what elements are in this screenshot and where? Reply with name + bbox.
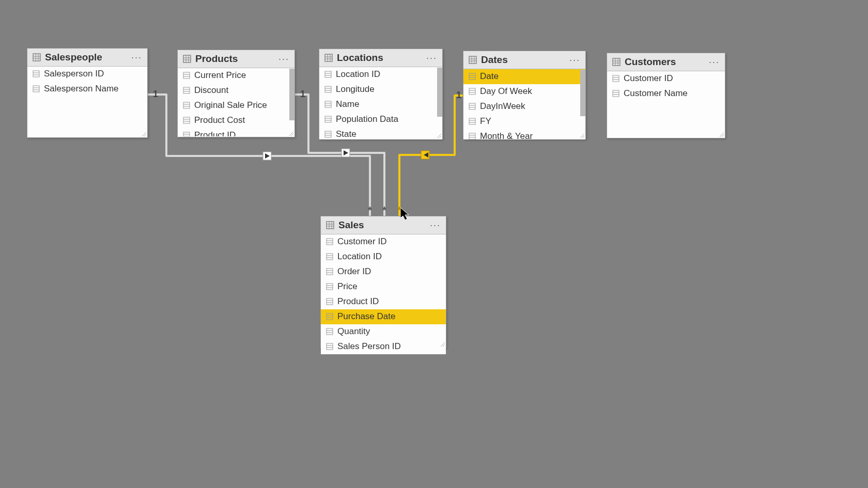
field-label: Sales Person ID <box>337 341 401 352</box>
table-header-locations[interactable]: Locations ··· <box>319 49 442 67</box>
column-icon <box>324 86 332 93</box>
cardinality-many-2: * <box>382 204 386 216</box>
table-icon <box>326 221 334 229</box>
column-icon <box>469 133 476 139</box>
scrollbar-thumb[interactable] <box>580 70 585 116</box>
svg-line-100 <box>722 135 724 137</box>
field-sales-location-id[interactable]: Location ID <box>321 249 446 264</box>
resize-grip-icon[interactable] <box>288 131 293 136</box>
column-icon <box>612 90 619 97</box>
svg-line-40 <box>291 134 293 136</box>
model-canvas[interactable]: 1 1 1 * * * Salespeople ··· <box>0 0 868 488</box>
svg-rect-80 <box>469 118 475 124</box>
field-product-cost[interactable]: Product Cost <box>178 113 295 128</box>
field-sales-salesperson-id[interactable]: Sales Person ID <box>321 339 446 354</box>
field-month-year[interactable]: Month & Year <box>463 129 585 139</box>
table-title: Dates <box>481 54 508 66</box>
field-longitude[interactable]: Longitude <box>319 82 442 97</box>
table-products[interactable]: Products ··· Current Price Discount Orig… <box>177 50 295 137</box>
field-name[interactable]: Name <box>319 97 442 112</box>
field-salesperson-name[interactable]: Salesperson Name <box>27 82 147 97</box>
column-icon <box>33 70 40 77</box>
table-icon <box>469 56 477 64</box>
table-header-dates[interactable]: Dates ··· <box>463 51 585 69</box>
column-icon <box>469 73 476 80</box>
column-icon <box>324 101 332 108</box>
field-location-id[interactable]: Location ID <box>319 67 442 82</box>
resize-grip-icon[interactable] <box>141 131 146 136</box>
svg-rect-106 <box>327 239 333 245</box>
field-population-data[interactable]: Population Data <box>319 112 442 127</box>
field-label: Discount <box>194 85 228 96</box>
field-label: Month & Year <box>480 131 533 139</box>
field-date[interactable]: Date <box>463 69 585 84</box>
table-sales[interactable]: Sales ··· Customer ID Location ID Order … <box>320 216 446 348</box>
svg-rect-0 <box>263 152 271 160</box>
scrollbar-thumb[interactable] <box>437 68 442 117</box>
field-sales-price[interactable]: Price <box>321 279 446 294</box>
column-icon <box>33 85 40 92</box>
table-menu-button[interactable]: ··· <box>278 54 289 65</box>
svg-rect-66 <box>469 56 476 64</box>
table-header-salespeople[interactable]: Salespeople ··· <box>27 49 147 67</box>
table-header-products[interactable]: Products ··· <box>178 50 295 68</box>
table-menu-button[interactable]: ··· <box>426 53 437 64</box>
field-customer-id[interactable]: Customer ID <box>607 71 725 86</box>
svg-rect-49 <box>325 86 331 92</box>
svg-rect-14 <box>33 86 39 92</box>
table-customers[interactable]: Customers ··· Customer ID Customer Name <box>607 53 725 138</box>
svg-marker-3 <box>344 150 348 155</box>
column-icon <box>324 71 332 78</box>
table-menu-button[interactable]: ··· <box>430 220 441 231</box>
resize-grip-icon[interactable] <box>719 132 724 137</box>
column-icon <box>469 88 476 95</box>
table-salespeople[interactable]: Salespeople ··· Salesperson ID Salespers… <box>27 48 148 138</box>
field-dayinweek[interactable]: DayInWeek <box>463 99 585 114</box>
field-sales-quantity[interactable]: Quantity <box>321 324 446 339</box>
table-menu-button[interactable]: ··· <box>569 55 580 66</box>
field-label: Salesperson Name <box>44 84 119 94</box>
resize-grip-icon[interactable] <box>440 341 445 347</box>
table-header-sales[interactable]: Sales ··· <box>321 216 446 234</box>
field-sales-customer-id[interactable]: Customer ID <box>321 234 446 249</box>
field-product-id[interactable]: Product ID <box>178 128 295 136</box>
column-icon <box>612 75 619 82</box>
field-sales-purchase-date[interactable]: Purchase Date <box>321 309 446 324</box>
svg-rect-46 <box>325 71 331 77</box>
svg-line-64 <box>437 134 441 138</box>
table-title: Products <box>195 53 238 65</box>
field-discount[interactable]: Discount <box>178 83 295 98</box>
table-menu-button[interactable]: ··· <box>131 52 142 63</box>
table-menu-button[interactable]: ··· <box>709 57 720 68</box>
table-dates[interactable]: Dates ··· Date Day Of Week DayInWeek FY … <box>463 51 586 139</box>
field-salesperson-id[interactable]: Salesperson ID <box>27 67 147 82</box>
field-label: Location ID <box>336 69 380 80</box>
field-label: Customer ID <box>337 237 386 247</box>
table-header-customers[interactable]: Customers ··· <box>607 53 725 71</box>
field-state[interactable]: State <box>319 127 442 139</box>
svg-rect-24 <box>183 72 190 78</box>
field-label: Population Data <box>336 114 398 124</box>
field-sales-order-id[interactable]: Order ID <box>321 264 446 279</box>
field-current-price[interactable]: Current Price <box>178 68 295 83</box>
svg-line-39 <box>289 132 293 136</box>
field-original-sale-price[interactable]: Original Sale Price <box>178 98 295 113</box>
field-fy[interactable]: FY <box>463 114 585 129</box>
field-label: Longitude <box>336 84 375 95</box>
scrollbar-thumb[interactable] <box>289 69 295 120</box>
field-sales-product-id[interactable]: Product ID <box>321 294 446 309</box>
svg-rect-121 <box>327 313 333 320</box>
column-icon <box>326 253 333 260</box>
field-customer-name[interactable]: Customer Name <box>607 86 725 101</box>
resize-grip-icon[interactable] <box>436 133 441 138</box>
resize-grip-icon[interactable] <box>579 133 584 138</box>
field-label: Customer ID <box>624 73 673 84</box>
column-icon <box>183 117 190 124</box>
svg-rect-52 <box>325 101 331 107</box>
field-label: Name <box>336 99 359 109</box>
field-day-of-week[interactable]: Day Of Week <box>463 84 585 99</box>
svg-rect-74 <box>469 88 475 95</box>
svg-rect-30 <box>183 102 190 108</box>
column-icon <box>469 118 476 125</box>
table-locations[interactable]: Locations ··· Location ID Longitude Name… <box>319 49 443 139</box>
